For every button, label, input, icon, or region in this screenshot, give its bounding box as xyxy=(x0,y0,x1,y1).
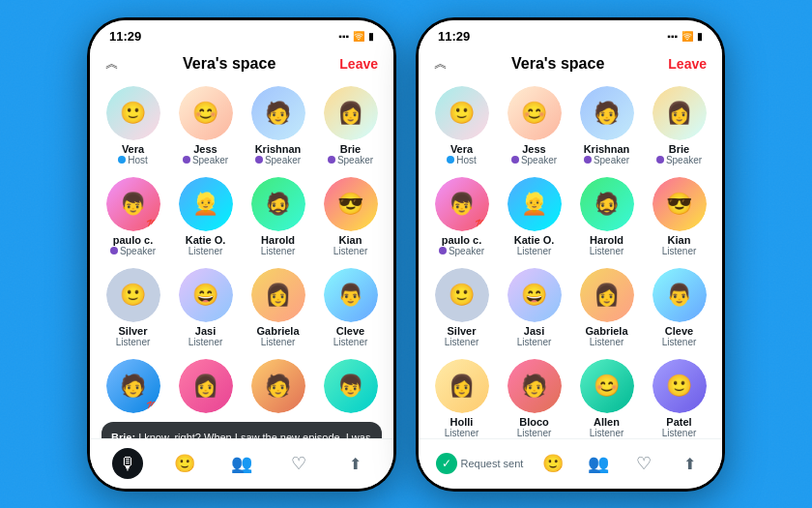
participant-allen-r[interactable]: 😊 Allen Listener xyxy=(571,355,642,438)
signal-icon-r: ▪▪▪ xyxy=(667,31,678,42)
participant-jasi-l[interactable]: 😄 Jasi Listener xyxy=(170,264,241,351)
back-button-right[interactable]: ︽ xyxy=(434,55,448,73)
participant-paulo-l[interactable]: 👦💯 paulo c. Speaker xyxy=(98,173,168,260)
time-right: 11:29 xyxy=(438,29,470,44)
participant-jess-r[interactable]: 😊 Jess Speaker xyxy=(499,82,569,169)
participant-cleve-r[interactable]: 👨 Cleve Listener xyxy=(644,264,714,351)
participants-grid-right: 🙂 Vera Host 😊 Jess Speaker 🧑 Krishnan Sp… xyxy=(426,82,714,438)
participant-cleve-l[interactable]: 👨 Cleve Listener xyxy=(315,264,386,351)
battery-icon-r: ▮ xyxy=(697,31,703,42)
phone-left: 11:29 ▪▪▪ 🛜 ▮ ︽ Vera's space Leave 🙂 Ver… xyxy=(87,17,396,492)
mute-button[interactable]: 🎙 xyxy=(112,448,143,479)
participant-patel-r[interactable]: 🙂 Patel Listener xyxy=(644,355,714,438)
wifi-icon-r: 🛜 xyxy=(682,31,693,42)
space-title-right: Vera's space xyxy=(511,55,604,73)
participant-vera-r[interactable]: 🙂 Vera Host xyxy=(426,82,497,169)
participant-holli-r[interactable]: 👩 Holli Listener xyxy=(426,355,497,438)
share-button-left[interactable]: ⬆ xyxy=(340,448,371,479)
participant-krishnan-r[interactable]: 🧑 Krishnan Speaker xyxy=(571,82,642,169)
wifi-icon: 🛜 xyxy=(353,31,364,42)
participant-jasi-r[interactable]: 😄 Jasi Listener xyxy=(499,264,569,351)
bottom-bar-left: 🎙 🙂 👥 ♡ ⬆ xyxy=(90,438,393,489)
leave-button-left[interactable]: Leave xyxy=(339,56,378,72)
battery-icon: ▮ xyxy=(368,31,374,42)
participant-m4-l[interactable]: 👦 xyxy=(315,355,386,420)
heart-button-right[interactable]: ♡ xyxy=(628,448,659,479)
space-title-left: Vera's space xyxy=(183,55,276,73)
header-right: ︽ Vera's space Leave xyxy=(419,47,722,76)
phone-right: 11:29 ▪▪▪ 🛜 ▮ ︽ Vera's space Leave 🙂 Ver… xyxy=(416,17,725,492)
participant-m3-l[interactable]: 🧑 xyxy=(243,355,313,420)
bottom-bar-right: ✓ Request sent 🙂 👥 ♡ ⬆ xyxy=(419,438,722,489)
time-left: 11:29 xyxy=(109,29,141,44)
participant-jess-l[interactable]: 😊 Jess Speaker xyxy=(170,82,241,169)
people-button-left[interactable]: 👥 xyxy=(226,448,257,479)
participants-grid-left: 🙂 Vera Host 😊 Jess Speaker 🧑 Krishnan Sp… xyxy=(98,82,386,420)
participant-silver-r[interactable]: 🙂 Silver Listener xyxy=(426,264,497,351)
participant-silver-l[interactable]: 🙂 Silver Listener xyxy=(98,264,168,351)
share-button-right[interactable]: ⬆ xyxy=(674,448,705,479)
request-sent-label: Request sent xyxy=(461,458,524,469)
participant-krishnan-l[interactable]: 🧑 Krishnan Speaker xyxy=(243,82,313,169)
emoji-button-right[interactable]: 🙂 xyxy=(537,448,568,479)
participant-paulo-r[interactable]: 👦💯 paulo c. Speaker xyxy=(426,173,497,260)
participant-harold-r[interactable]: 🧔 Harold Listener xyxy=(571,173,642,260)
participant-brie-r[interactable]: 👩 Brie Speaker xyxy=(644,82,714,169)
participant-brie-l[interactable]: 👩 Brie Speaker xyxy=(315,82,386,169)
emoji-button-left[interactable]: 🙂 xyxy=(169,448,200,479)
participant-kian-r[interactable]: 😎 Kian Listener xyxy=(644,173,714,260)
check-icon: ✓ xyxy=(436,453,457,474)
participant-m1-l[interactable]: 🧑💯 xyxy=(98,355,168,420)
chat-speaker: Brie: xyxy=(111,432,135,438)
back-button-left[interactable]: ︽ xyxy=(105,55,119,73)
heart-button-left[interactable]: ♡ xyxy=(283,448,314,479)
leave-button-right[interactable]: Leave xyxy=(668,56,707,72)
participant-bloco-r[interactable]: 🧑 Bloco Listener xyxy=(499,355,569,438)
signal-icon: ▪▪▪ xyxy=(338,31,349,42)
participant-vera-l[interactable]: 🙂 Vera Host xyxy=(98,82,168,169)
chat-overlay: Brie: I know, right? When I saw the new … xyxy=(102,422,382,438)
participant-gabriela-l[interactable]: 👩 Gabriela Listener xyxy=(243,264,313,351)
space-content-right: 🙂 Vera Host 😊 Jess Speaker 🧑 Krishnan Sp… xyxy=(419,76,722,438)
participant-gabriela-r[interactable]: 👩 Gabriela Listener xyxy=(571,264,642,351)
participant-katie-r[interactable]: 👱 Katie O. Listener xyxy=(499,173,569,260)
request-sent-area: ✓ Request sent xyxy=(436,453,524,474)
space-content-left: 🙂 Vera Host 😊 Jess Speaker 🧑 Krishnan Sp… xyxy=(90,76,393,438)
people-button-right[interactable]: 👥 xyxy=(583,448,614,479)
participant-m2-l[interactable]: 👩 xyxy=(170,355,241,420)
header-left: ︽ Vera's space Leave xyxy=(90,47,393,76)
status-bar-right: 11:29 ▪▪▪ 🛜 ▮ xyxy=(419,20,722,47)
status-icons-right: ▪▪▪ 🛜 ▮ xyxy=(667,31,703,42)
participant-kian-l[interactable]: 😎 Kian Listener xyxy=(315,173,386,260)
chat-message: I know, right? When I saw the new episod… xyxy=(111,432,370,438)
participant-katie-l[interactable]: 👱 Katie O. Listener xyxy=(170,173,241,260)
status-bar-left: 11:29 ▪▪▪ 🛜 ▮ xyxy=(90,20,393,47)
participant-harold-l[interactable]: 🧔 Harold Listener xyxy=(243,173,313,260)
status-icons-left: ▪▪▪ 🛜 ▮ xyxy=(338,31,374,42)
